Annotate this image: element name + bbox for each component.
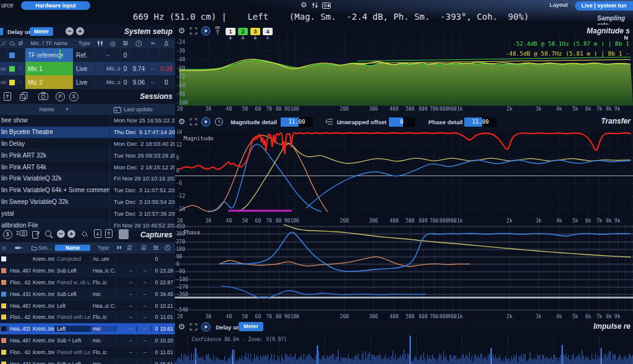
system-row[interactable]: TF referenceRef.--0: [0, 48, 175, 62]
session-row[interactable]: bee showMon Nov 25 16:55:22 2024: [0, 115, 175, 127]
color-swatch-button[interactable]: [119, 229, 129, 239]
color-swatch[interactable]: [7, 75, 17, 89]
mute-circle[interactable]: ○: [17, 62, 25, 75]
zoom-in-button[interactable]: +: [67, 230, 75, 238]
live-pause-icon[interactable]: [201, 322, 211, 332]
checkbox[interactable]: [1, 256, 6, 261]
gear-icon[interactable]: ⚙: [178, 26, 185, 35]
name-column-header[interactable]: Name: [55, 245, 91, 251]
minus-button[interactable]: −: [66, 27, 74, 35]
capture-row[interactable]: Krem..treComputedAc..um0: [0, 253, 175, 265]
live-system-tuning-button[interactable]: Live | system tun: [575, 1, 633, 11]
capture-swatch[interactable]: [0, 338, 8, 343]
plus-button[interactable]: +: [76, 27, 84, 35]
session-row[interactable]: lin Bycetre TheatreThu Dec 5 17:47:14 20…: [0, 127, 175, 138]
snap-left-icon[interactable]: ⇤: [148, 62, 159, 75]
checkbox[interactable]: [1, 326, 7, 332]
channel-name[interactable]: TF reference: [25, 48, 74, 62]
magnifier-icon[interactable]: [45, 230, 53, 239]
sessions-date-header[interactable]: Last update: [124, 106, 153, 112]
live-pause-icon[interactable]: [201, 26, 211, 36]
gear-icon[interactable]: ⚙: [300, 1, 307, 9]
mute-circle[interactable]: ○: [17, 75, 25, 89]
mute-circle[interactable]: [17, 48, 25, 62]
zoom-out-button[interactable]: −: [57, 230, 65, 238]
sort-filter-icon[interactable]: ▼: [66, 108, 69, 111]
import-file-icon[interactable]: [4, 92, 11, 101]
export-capture-icon[interactable]: [32, 230, 40, 239]
paint-capture-icon[interactable]: [80, 230, 88, 238]
add-trace-button[interactable]: +: [229, 36, 232, 41]
add-trace-button[interactable]: +: [241, 36, 245, 41]
capture-row[interactable]: Floo.. 426Krem..trePaired with LeftFlo..…: [0, 311, 175, 323]
gear-icon[interactable]: ⚙: [178, 322, 185, 331]
preset-s-icon[interactable]: S: [69, 92, 79, 101]
sum-capture-icon[interactable]: Σ: [16, 230, 27, 236]
phase-detail-input[interactable]: 11.00: [464, 117, 497, 127]
session-row[interactable]: lin DelayMon Dec 2 18:03:40 2024: [0, 138, 175, 150]
session-column-header[interactable]: Ses...: [31, 245, 55, 251]
capture-swatch[interactable]: [0, 256, 8, 261]
name-column-header[interactable]: Mic. / TF name: [25, 38, 74, 48]
load-capture-icon[interactable]: [105, 229, 113, 238]
fullscreen-icon[interactable]: [190, 118, 197, 125]
channel-name[interactable]: Mic 2: [25, 75, 74, 89]
impulse-response-chart[interactable]: [175, 334, 633, 364]
snap-left-icon[interactable]: [148, 48, 159, 62]
copy-session-icon[interactable]: [20, 92, 28, 101]
add-trace-button[interactable]: +: [266, 36, 270, 41]
type-column-header[interactable]: Type: [91, 245, 116, 251]
null-icon[interactable]: Ø: [17, 38, 25, 48]
capture-row[interactable]: Hea..431Krem..treLeftmic----015.61: [0, 323, 175, 335]
paint-bucket-icon[interactable]: [7, 38, 17, 48]
capture-swatch[interactable]: [0, 268, 8, 273]
session-row[interactable]: lin Pink ART 64kMon Dec 2 18:15:12 2024: [0, 161, 175, 173]
add-trace-button[interactable]: +: [253, 36, 257, 41]
fullscreen-icon[interactable]: [190, 323, 197, 331]
capture-row[interactable]: Hea..467Krem..treLeftHea..ic C..----010.…: [0, 300, 175, 312]
save-capture-icon[interactable]: [94, 229, 101, 238]
color-swatch[interactable]: [7, 62, 17, 75]
system-row[interactable]: 00○Mic 2LiveMic..or09.06⇤0: [0, 75, 175, 89]
capture-row[interactable]: Hea..467Krem..treSub + Leftmic----010.20: [0, 335, 175, 347]
capture-swatch[interactable]: [0, 315, 8, 320]
snap-left-icon[interactable]: ⇤: [148, 75, 159, 89]
session-row[interactable]: lin Pink VariableQ 64k + Some commentsTu…: [0, 185, 175, 197]
capture-row[interactable]: Hea..431Krem..treSub Leftmic----034.45: [0, 289, 175, 300]
sliders-icon[interactable]: [312, 2, 318, 9]
snapshot-camera-icon[interactable]: [38, 92, 48, 100]
store-capture-icon[interactable]: $: [3, 230, 12, 239]
capture-swatch[interactable]: [0, 280, 8, 285]
capture-swatch[interactable]: [0, 326, 8, 332]
camera-icon[interactable]: [322, 2, 331, 9]
capture-swatch[interactable]: [0, 292, 8, 297]
transfer-function-chart[interactable]: [175, 130, 633, 320]
color-swatch[interactable]: [7, 48, 17, 62]
system-row[interactable]: 00○Mic 1LiveMic..or09.74⇤0.38: [0, 62, 175, 75]
capture-swatch[interactable]: [0, 350, 8, 355]
capture-row[interactable]: Floo.. 426Krem..trePaired with LeftFlo..…: [0, 347, 175, 358]
capture-row[interactable]: Floo.. 426Krem..trePaired w..ub LeftFlo.…: [0, 277, 175, 289]
capture-swatch[interactable]: [0, 303, 8, 308]
gear-icon[interactable]: ⚙: [178, 117, 185, 126]
channel-name[interactable]: Mic 1: [25, 62, 74, 75]
live-pause-icon[interactable]: [201, 117, 211, 127]
unwrapped-offset-input[interactable]: 0: [388, 117, 415, 127]
sessions-name-header[interactable]: Name: [40, 106, 54, 112]
capture-swatch[interactable]: [0, 362, 8, 364]
history-clock-icon[interactable]: [215, 117, 223, 126]
session-row[interactable]: lin Pink VariableQ 32kFri Nov 29 10:10:1…: [0, 173, 175, 185]
delay-unit-meter-button[interactable]: Meter: [30, 27, 53, 36]
unwrap-offset-icon[interactable]: [325, 118, 333, 125]
preset-p-icon[interactable]: P: [56, 92, 65, 101]
hardware-input-button[interactable]: Hardware input: [21, 1, 90, 10]
capture-row[interactable]: Hea..467Krem..treSub LeftHea..ic C..----…: [0, 265, 175, 277]
raise-trace-icon[interactable]: [215, 26, 221, 35]
session-row[interactable]: lin Pink ART 32kTue Nov 26 09:33:29 2024: [0, 150, 175, 161]
delay-unit-meter-button[interactable]: Meter: [239, 322, 263, 331]
type-column-header[interactable]: Type: [74, 38, 96, 48]
capture-row[interactable]: Hea..431Krem..treSub + Leftmic----015.61: [0, 358, 175, 364]
magnitude-detail-input[interactable]: 11.00: [280, 117, 313, 127]
session-row[interactable]: lin Sweep VariableQ 32kTue Dec 3 10:55:5…: [0, 197, 175, 208]
session-row[interactable]: ystalTue Dec 3 10:57:36 2024: [0, 208, 175, 219]
